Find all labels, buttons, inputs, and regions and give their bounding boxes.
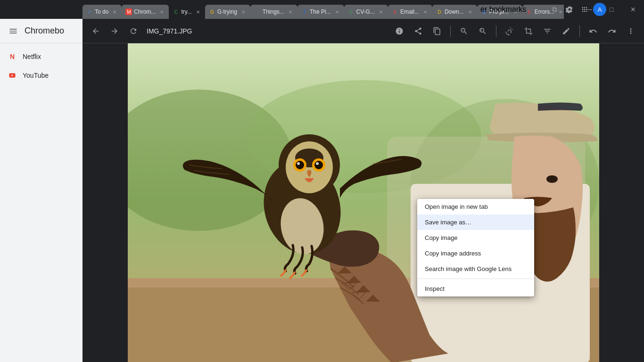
tab-label-try: try... (181, 8, 191, 15)
toolbar: IMG_7971.JPG (83, 19, 644, 43)
share-button[interactable] (411, 24, 426, 39)
bookmarks-bar: er bookmarks (480, 0, 526, 19)
crop-button[interactable] (521, 24, 536, 39)
svg-point-24 (316, 162, 319, 165)
tab-label-pic: The Pi... (310, 8, 331, 15)
svg-point-22 (314, 161, 323, 169)
tab-favicon-cv: C (348, 8, 355, 15)
extension-icon[interactable]: ⧉ (548, 3, 561, 16)
zoom-out-button[interactable] (456, 24, 471, 39)
tab-label-down: Down... (445, 8, 464, 15)
pen-button[interactable] (559, 24, 574, 39)
tab-gmail[interactable]: M Chrom... ✕ (122, 5, 169, 19)
tab-label-email: Email... (400, 8, 419, 15)
context-menu-item-search-google-lens[interactable]: Search image with Google Lens (417, 261, 534, 277)
tab-label-cv: CV-G... (356, 8, 375, 15)
tab-label-gmail: Chrom... (134, 8, 156, 15)
tab-close-things[interactable]: ✕ (287, 8, 294, 15)
tab-close-cv[interactable]: ✕ (378, 8, 384, 15)
bookmarks-label: er bookmarks (480, 5, 526, 14)
tab-favicon-pic: T (301, 8, 308, 15)
tab-gtrying[interactable]: G G·trying ✕ (205, 5, 250, 19)
tab-favicon-down: D (436, 8, 443, 15)
context-menu-item-copy-image[interactable]: Copy image (417, 230, 534, 246)
close-button[interactable]: ✕ (622, 0, 644, 19)
image-filename: IMG_7971.JPG (147, 27, 192, 35)
forward-button[interactable] (107, 24, 122, 39)
copy-button[interactable] (429, 24, 445, 39)
tab-favicon-gmail: M (125, 8, 132, 15)
tab-favicon-errors: E (526, 8, 533, 15)
context-menu-item-inspect[interactable]: Inspect (417, 281, 534, 296)
info-button[interactable] (392, 24, 407, 39)
toolbar-divider-2 (496, 25, 496, 37)
tab-things[interactable]: T Things... ✕ (250, 5, 297, 19)
tab-close-todo[interactable]: ✕ (111, 8, 118, 15)
rotate-button[interactable] (502, 24, 517, 39)
tab-favicon-gtrying: G (209, 8, 215, 15)
tab-label-todo: To do (95, 8, 108, 15)
sidebar-item-netflix[interactable]: N Netflix (0, 47, 83, 66)
chrome-window: IMG_7971.JPG (83, 19, 644, 362)
toolbar-divider-3 (579, 25, 580, 37)
left-panel: Chromebo N Netflix YouTube (0, 19, 83, 362)
context-menu-item-open-new-tab[interactable]: Open image in new tab (417, 199, 534, 214)
youtube-label: YouTube (23, 72, 49, 79)
more-options-button[interactable] (623, 24, 638, 39)
tab-label-gtrying: G·trying (217, 8, 237, 15)
context-menu: Open image in new tab Save image as… Cop… (417, 199, 534, 296)
tab-email[interactable]: E Email... ✕ (388, 5, 432, 19)
svg-point-21 (296, 161, 304, 169)
svg-point-27 (546, 175, 558, 183)
adjustments-button[interactable] (540, 24, 555, 39)
tab-down[interactable]: D Down... ✕ (432, 5, 477, 19)
panel-content: N Netflix YouTube (0, 43, 83, 89)
context-menu-item-copy-image-address[interactable]: Copy image address (417, 246, 534, 261)
tab-cv[interactable]: C CV-G... ✕ (344, 5, 388, 19)
tab-close-gmail[interactable]: ✕ (158, 8, 165, 15)
maximize-button[interactable]: □ (601, 0, 622, 19)
tab-favicon-things: T (254, 8, 261, 15)
netflix-icon: N (8, 52, 17, 61)
tab-close-down[interactable]: ✕ (467, 8, 473, 15)
tab-favicon-email: E (392, 8, 398, 15)
svg-point-23 (297, 162, 300, 165)
back-button[interactable] (88, 24, 103, 39)
tab-pic[interactable]: T The Pi... ✕ (297, 5, 344, 19)
settings-icon[interactable] (563, 3, 576, 16)
tab-close-pic[interactable]: ✕ (334, 8, 340, 15)
hamburger-button[interactable] (6, 24, 21, 39)
tab-close-email[interactable]: ✕ (422, 8, 429, 15)
context-menu-item-save-image-as[interactable]: Save image as… (417, 214, 534, 230)
undo-button[interactable] (586, 24, 601, 39)
tab-try[interactable]: C try... ✕ (169, 5, 205, 19)
tab-todo[interactable]: ✓ To do ✕ (83, 5, 122, 19)
sidebar-item-youtube[interactable]: YouTube (0, 66, 83, 85)
tab-label-things: Things... (263, 8, 284, 15)
tab-close-gtrying[interactable]: ✕ (240, 8, 247, 15)
refresh-button[interactable] (126, 24, 141, 39)
redo-button[interactable] (604, 24, 619, 39)
netflix-label: Netflix (23, 53, 41, 60)
youtube-icon (8, 71, 17, 80)
image-area: Open image in new tab Save image as… Cop… (83, 43, 644, 362)
tab-close-try[interactable]: ✕ (195, 8, 201, 15)
minimize-button[interactable]: ─ (579, 0, 601, 19)
panel-header: Chromebo (0, 19, 83, 43)
panel-title: Chromebo (25, 26, 64, 36)
tab-favicon-todo: ✓ (86, 8, 93, 15)
toolbar-divider-1 (450, 25, 451, 37)
zoom-in-button[interactable] (475, 24, 490, 39)
context-menu-divider (417, 279, 534, 279)
tab-favicon-try: C (173, 8, 179, 15)
